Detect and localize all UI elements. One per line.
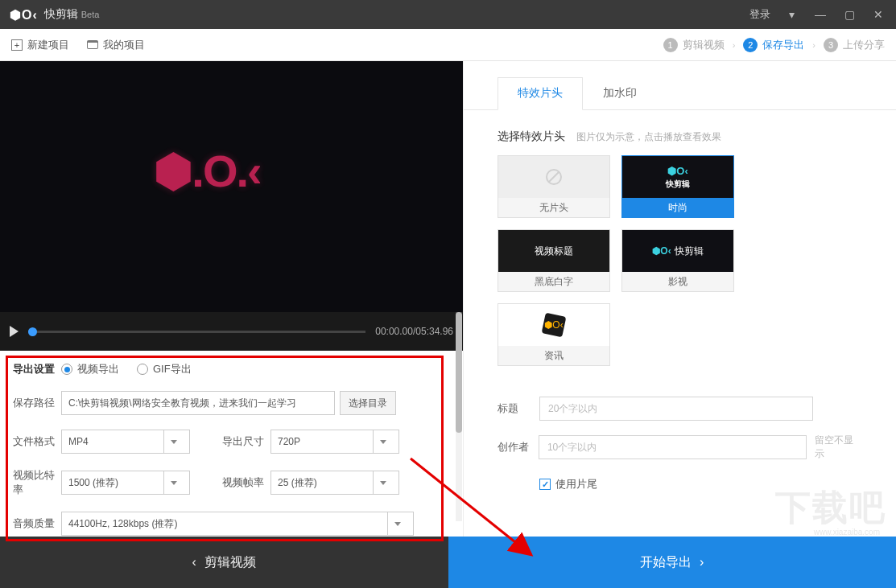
use-tail-label: 使用片尾 [555, 477, 597, 491]
audio-label: 音频质量 [13, 516, 61, 531]
scrollbar[interactable] [456, 312, 462, 521]
chevron-left-icon: ‹ [192, 555, 196, 569]
title-input[interactable] [539, 397, 813, 421]
menu-icon[interactable]: ▾ [783, 6, 799, 23]
thumb-news[interactable]: ⬢O‹ 资讯 [498, 303, 610, 366]
close-button[interactable]: ✕ [870, 6, 886, 23]
format-label: 文件格式 [13, 434, 61, 449]
bitrate-label: 视频比特率 [13, 468, 61, 497]
preview-logo-icon: ⬢.O.‹ [154, 145, 260, 197]
thumb-movie[interactable]: ⬢O‹快剪辑 影视 [621, 229, 734, 292]
seek-knob[interactable] [28, 327, 37, 336]
browse-button[interactable]: 选择目录 [340, 391, 396, 415]
author-hint: 留空不显示 [815, 434, 862, 461]
fps-label: 视频帧率 [222, 475, 270, 490]
tabs: 特效片头 加水印 [464, 61, 896, 110]
export-settings-title: 导出设置 [13, 362, 61, 376]
back-to-edit-button[interactable]: ‹ 剪辑视频 [0, 537, 448, 588]
export-settings: 导出设置 视频导出 GIF导出 保存路径 选择目录 文件格式 MP4 导出尺寸 … [0, 351, 463, 537]
beta-badge: Beta [81, 10, 100, 19]
path-label: 保存路径 [13, 396, 61, 410]
forbidden-icon [544, 167, 564, 187]
format-select[interactable]: MP4 [61, 430, 190, 454]
size-select[interactable]: 720P [270, 430, 399, 454]
step-2[interactable]: 2保存导出 [743, 38, 804, 52]
maximize-button[interactable]: ▢ [841, 6, 857, 23]
audio-select[interactable]: 44100Hz, 128kbps (推荐) [61, 512, 414, 536]
toolbar: + 新建项目 我的项目 1剪辑视频 › 2保存导出 › 3上传分享 [0, 29, 896, 61]
chevron-down-icon [373, 471, 392, 494]
play-button[interactable] [10, 326, 19, 337]
use-tail-checkbox[interactable]: ✓ [539, 479, 551, 490]
titlebar: ⬢O‹ 快剪辑 Beta 登录 ▾ — ▢ ✕ [0, 0, 896, 29]
chevron-right-icon: › [812, 40, 815, 50]
section-title: 选择特效片头 [498, 130, 565, 142]
chevron-right-icon: › [700, 555, 704, 569]
author-label: 创作者 [498, 440, 539, 454]
chevron-down-icon [387, 512, 407, 535]
chevron-down-icon [163, 471, 183, 494]
thumb-none[interactable]: 无片头 [498, 155, 610, 218]
video-preview[interactable]: ⬢.O.‹ [0, 61, 463, 312]
my-projects-label: 我的项目 [103, 38, 145, 52]
section-hint: 图片仅为示意，点击播放查看效果 [576, 131, 721, 142]
app-logo-icon: ⬢O‹ [10, 7, 38, 23]
new-project-button[interactable]: + 新建项目 [11, 38, 69, 52]
fps-select[interactable]: 25 (推荐) [270, 471, 399, 495]
plus-icon: + [11, 39, 23, 51]
radio-icon [137, 364, 148, 375]
new-project-label: 新建项目 [27, 38, 69, 52]
step-indicator: 1剪辑视频 › 2保存导出 › 3上传分享 [663, 38, 885, 52]
left-pane: ⬢.O.‹ 00:00.00/05:34.96 导出设置 视频导出 GIF导出 … [0, 61, 463, 537]
my-projects-button[interactable]: 我的项目 [87, 38, 145, 52]
save-path-input[interactable] [61, 391, 335, 415]
size-label: 导出尺寸 [222, 434, 270, 449]
time-display: 00:00.00/05:34.96 [375, 326, 453, 337]
radio-icon [61, 364, 72, 375]
bottom-bar: ‹ 剪辑视频 开始导出 › [0, 537, 896, 588]
author-input[interactable] [539, 435, 807, 459]
tab-effect-intro[interactable]: 特效片头 [498, 77, 583, 110]
seek-bar[interactable] [28, 331, 365, 333]
thumb-fashion[interactable]: ⬢O‹快剪辑 时尚 [621, 155, 734, 218]
radio-gif-export[interactable]: GIF导出 [137, 362, 192, 376]
intro-thumbnails: 无片头 ⬢O‹快剪辑 时尚 视频标题 黑底白字 ⬢O‹快剪辑 影视 ⬢O‹ 资讯 [464, 155, 850, 366]
thumb-black-white[interactable]: 视频标题 黑底白字 [498, 229, 610, 292]
chevron-down-icon [163, 430, 183, 453]
title-label: 标题 [498, 401, 539, 416]
tab-watermark[interactable]: 加水印 [583, 77, 657, 109]
radio-video-export[interactable]: 视频导出 [61, 362, 119, 376]
app-name: 快剪辑 [44, 7, 78, 22]
step-1[interactable]: 1剪辑视频 [663, 38, 725, 52]
chevron-right-icon: › [733, 40, 736, 50]
start-export-button[interactable]: 开始导出 › [448, 537, 897, 588]
svg-line-1 [549, 172, 559, 182]
folder-icon [87, 40, 98, 49]
player-controls: 00:00.00/05:34.96 [0, 312, 463, 351]
minimize-button[interactable]: — [812, 6, 828, 23]
bitrate-select[interactable]: 1500 (推荐) [61, 471, 190, 495]
section-header: 选择特效片头 图片仅为示意，点击播放查看效果 [464, 110, 896, 155]
login-link[interactable]: 登录 [749, 7, 770, 22]
step-3[interactable]: 3上传分享 [824, 38, 885, 52]
right-pane: 特效片头 加水印 选择特效片头 图片仅为示意，点击播放查看效果 无片头 ⬢O‹快… [463, 61, 896, 537]
chevron-down-icon [373, 430, 392, 453]
scrollbar-thumb[interactable] [456, 312, 462, 433]
